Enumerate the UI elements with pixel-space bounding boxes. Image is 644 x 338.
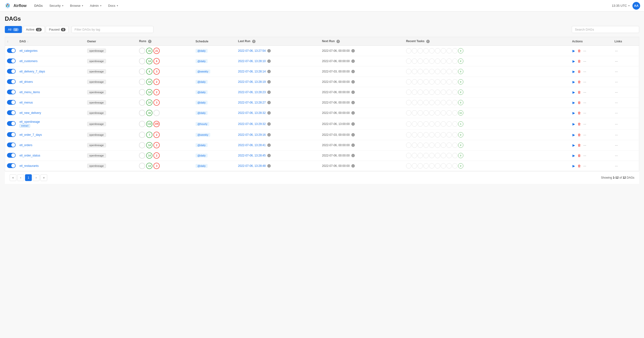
last-run-info-icon[interactable]: i [267, 101, 271, 104]
dag-name-link[interactable]: etl_orders [20, 143, 83, 147]
last-run-link[interactable]: 2022-07-06, 13:29:16 [238, 133, 266, 136]
last-run-link[interactable]: 2022-07-06, 13:27:54 [238, 49, 266, 52]
links-button[interactable]: ··· [614, 163, 618, 168]
run-dag-button[interactable]: ▶ [572, 122, 576, 126]
col-dag[interactable]: DAG ↕ [18, 37, 85, 46]
run-dag-button[interactable]: ▶ [572, 143, 576, 148]
col-sort[interactable]: ↕ [5, 37, 18, 46]
last-run-link[interactable]: 2022-07-06, 13:28:27 [238, 101, 266, 104]
delete-dag-button[interactable]: 🗑 [577, 132, 582, 137]
last-run-info-icon[interactable]: i [267, 80, 271, 83]
page-last-btn[interactable]: » [40, 174, 47, 181]
dag-toggle[interactable] [7, 69, 16, 74]
delete-dag-button[interactable]: 🗑 [577, 110, 582, 115]
dag-name-link[interactable]: etl_drivers [20, 80, 83, 83]
nav-time[interactable]: 13:35 UTC ▾ [612, 4, 630, 7]
more-options-button[interactable]: ··· [583, 59, 587, 63]
nav-item-dags[interactable]: DAGs [31, 2, 46, 9]
nav-avatar[interactable]: AA [632, 2, 640, 10]
links-button[interactable]: ··· [614, 110, 618, 115]
last-run-link[interactable]: 2022-07-06, 13:28:48 [238, 164, 266, 168]
delete-dag-button[interactable]: 🗑 [577, 90, 582, 95]
run-dag-button[interactable]: ▶ [572, 79, 576, 84]
delete-dag-button[interactable]: 🗑 [577, 59, 582, 63]
dag-name-link[interactable]: etl_menus [20, 101, 83, 104]
next-run-info-icon[interactable]: i [352, 101, 355, 104]
search-input[interactable] [572, 26, 639, 33]
nav-item-docs[interactable]: Docs▾ [105, 2, 121, 9]
last-run-link[interactable]: 2022-07-06, 13:28:10 [238, 59, 266, 63]
last-run-info-icon[interactable]: i [267, 49, 271, 52]
page-first-btn[interactable]: « [10, 174, 16, 181]
page-current-btn[interactable]: 1 [25, 174, 32, 181]
last-run-link[interactable]: 2022-07-06, 13:28:14 [238, 70, 266, 73]
more-options-button[interactable]: ··· [583, 132, 587, 137]
dag-toggle[interactable] [7, 48, 16, 53]
run-dag-button[interactable]: ▶ [572, 48, 576, 53]
more-options-button[interactable]: ··· [583, 122, 587, 126]
next-run-info-icon[interactable]: i [352, 111, 355, 115]
links-button[interactable]: ··· [614, 59, 618, 63]
links-button[interactable]: ··· [614, 132, 618, 137]
delete-dag-button[interactable]: 🗑 [577, 122, 582, 126]
more-options-button[interactable]: ··· [583, 69, 587, 74]
links-button[interactable]: ··· [614, 122, 618, 126]
col-recent-tasks[interactable]: Recent Tasks i [404, 37, 570, 46]
dag-name-link[interactable]: etl_customers [20, 59, 83, 63]
more-options-button[interactable]: ··· [583, 153, 587, 158]
last-run-link[interactable]: 2022-07-06, 13:28:32 [238, 111, 266, 115]
nav-item-admin[interactable]: Admin▾ [87, 2, 104, 9]
more-options-button[interactable]: ··· [583, 163, 587, 168]
dag-toggle[interactable] [7, 100, 16, 105]
last-run-link[interactable]: 2022-07-06, 13:28:45 [238, 154, 266, 157]
delete-dag-button[interactable]: 🗑 [577, 100, 582, 105]
filter-tab-active[interactable]: Active 12 [23, 26, 45, 33]
delete-dag-button[interactable]: 🗑 [577, 143, 582, 148]
page-prev-btn[interactable]: ‹ [17, 174, 24, 181]
last-run-info-icon[interactable]: i [267, 154, 271, 157]
next-run-info-icon[interactable]: i [352, 59, 355, 63]
next-run-info-icon[interactable]: i [352, 164, 355, 168]
last-run-link[interactable]: 2022-07-06, 13:28:41 [238, 143, 266, 147]
next-run-info-icon[interactable]: i [352, 49, 355, 52]
navbar-brand[interactable]: Airflow [4, 2, 26, 10]
links-button[interactable]: ··· [614, 79, 618, 84]
links-button[interactable]: ··· [614, 153, 618, 158]
last-run-link[interactable]: 2022-07-06, 13:29:32 [238, 122, 266, 126]
more-options-button[interactable]: ··· [583, 100, 587, 105]
dag-name-link[interactable]: etl_new_delivery [20, 111, 83, 115]
delete-dag-button[interactable]: 🗑 [577, 79, 582, 84]
links-button[interactable]: ··· [614, 100, 618, 105]
next-run-info-icon[interactable]: i [352, 122, 355, 126]
run-dag-button[interactable]: ▶ [572, 132, 576, 137]
dag-name-link[interactable]: etl_order_7_days [20, 133, 83, 136]
next-run-info-icon[interactable]: i [352, 90, 355, 94]
next-run-info-icon[interactable]: i [352, 70, 355, 73]
last-run-info-icon[interactable]: i [267, 70, 271, 73]
page-next-btn[interactable]: › [33, 174, 40, 181]
delete-dag-button[interactable]: 🗑 [577, 69, 582, 74]
last-run-info-icon[interactable]: i [267, 143, 271, 147]
dag-toggle[interactable] [7, 163, 16, 168]
run-dag-button[interactable]: ▶ [572, 163, 576, 168]
run-dag-button[interactable]: ▶ [572, 110, 576, 115]
last-run-info-icon[interactable]: i [267, 122, 271, 126]
dag-toggle[interactable] [7, 153, 16, 158]
next-run-info-icon[interactable]: i [352, 143, 355, 147]
dag-name-link[interactable]: etl_categories [20, 49, 83, 52]
last-run-info-icon[interactable]: i [267, 59, 271, 63]
dag-toggle[interactable] [7, 110, 16, 115]
delete-dag-button[interactable]: 🗑 [577, 48, 582, 53]
run-dag-button[interactable]: ▶ [572, 59, 576, 63]
links-button[interactable]: ··· [614, 143, 618, 148]
nav-item-browse[interactable]: Browse▾ [67, 2, 86, 9]
dag-toggle[interactable] [7, 89, 16, 94]
more-options-button[interactable]: ··· [583, 90, 587, 95]
col-last-run[interactable]: Last Run i [236, 37, 320, 46]
last-run-link[interactable]: 2022-07-06, 13:28:23 [238, 90, 266, 94]
filter-tag-input[interactable] [72, 26, 154, 33]
next-run-info-icon[interactable]: i [352, 154, 355, 157]
run-dag-button[interactable]: ▶ [572, 90, 576, 95]
more-options-button[interactable]: ··· [583, 48, 587, 53]
run-dag-button[interactable]: ▶ [572, 69, 576, 74]
